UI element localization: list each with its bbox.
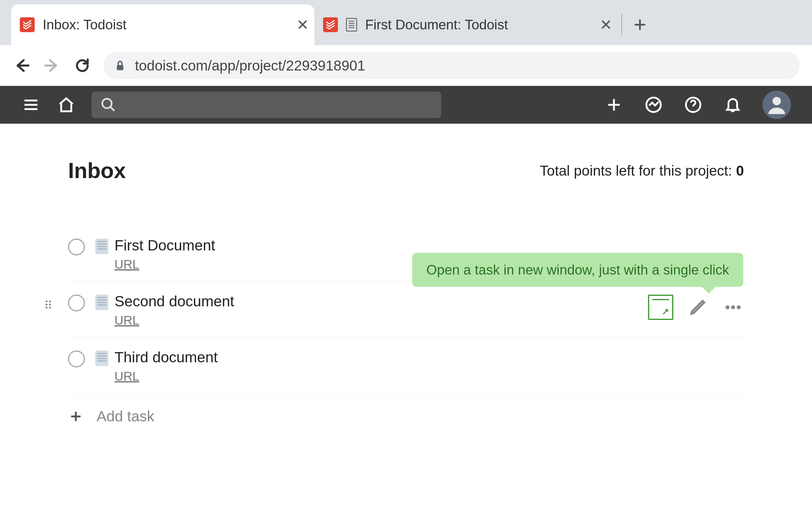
- add-task-icon[interactable]: [604, 95, 624, 115]
- add-task-button[interactable]: Add task: [68, 394, 744, 438]
- task-row[interactable]: Third document URL: [68, 338, 744, 394]
- task-url-link[interactable]: URL: [114, 370, 139, 383]
- tab-separator: [621, 14, 622, 36]
- task-checkbox[interactable]: [68, 350, 85, 367]
- tab-title: First Document: Todoist: [365, 17, 592, 33]
- address-bar[interactable]: todoist.com/app/project/2293918901: [103, 52, 800, 79]
- document-icon: [95, 239, 108, 254]
- svg-point-13: [737, 305, 741, 309]
- document-icon: [95, 350, 108, 366]
- browser-tab-inactive[interactable]: First Document: Todoist ✕: [314, 4, 618, 45]
- home-icon[interactable]: [56, 95, 76, 115]
- document-icon: [346, 18, 357, 32]
- task-title: Second document: [114, 293, 641, 310]
- todoist-favicon: [20, 17, 35, 32]
- svg-point-6: [49, 300, 51, 302]
- productivity-icon[interactable]: [644, 95, 663, 115]
- search-icon: [100, 97, 116, 113]
- project-points: Total points left for this project: 0: [540, 162, 744, 179]
- todoist-favicon: [323, 17, 338, 32]
- task-body: Second document URL: [114, 293, 641, 327]
- close-tab-button[interactable]: ✕: [600, 19, 611, 30]
- task-actions: [648, 295, 744, 320]
- forward-button[interactable]: [43, 56, 61, 75]
- open-new-window-button[interactable]: [648, 295, 673, 320]
- task-url-link[interactable]: URL: [114, 258, 139, 271]
- browser-tab-bar: Inbox: Todoist ✕ First Document: Todoist…: [0, 0, 812, 45]
- reload-button[interactable]: [73, 56, 92, 75]
- header-right: [604, 91, 791, 119]
- svg-point-12: [731, 305, 735, 309]
- more-options-icon[interactable]: [722, 296, 744, 318]
- search-input[interactable]: [92, 92, 441, 118]
- plus-icon: [68, 409, 84, 424]
- task-row[interactable]: Second document URL: [68, 282, 744, 338]
- svg-point-1: [102, 99, 112, 108]
- add-task-label: Add task: [97, 408, 154, 425]
- browser-chrome: Inbox: Todoist ✕ First Document: Todoist…: [0, 0, 812, 86]
- svg-point-10: [49, 307, 51, 308]
- new-tab-button[interactable]: [631, 15, 649, 34]
- tooltip-text: Open a task in new window, just with a s…: [426, 262, 729, 277]
- help-icon[interactable]: [683, 95, 703, 115]
- notifications-icon[interactable]: [723, 95, 743, 115]
- svg-rect-0: [117, 65, 123, 70]
- lock-icon: [114, 59, 125, 72]
- task-checkbox[interactable]: [68, 295, 85, 311]
- task-checkbox[interactable]: [68, 239, 85, 256]
- browser-toolbar: todoist.com/app/project/2293918901: [0, 45, 812, 86]
- app-header: [0, 86, 812, 124]
- page-header: Inbox Total points left for this project…: [68, 158, 744, 183]
- task-url-link[interactable]: URL: [114, 314, 139, 327]
- avatar[interactable]: [762, 91, 791, 119]
- svg-point-7: [46, 303, 47, 305]
- browser-tab-active[interactable]: Inbox: Todoist ✕: [11, 4, 314, 45]
- svg-point-9: [46, 307, 47, 308]
- url-text: todoist.com/app/project/2293918901: [135, 57, 365, 74]
- task-title: Third document: [114, 349, 744, 366]
- svg-point-8: [49, 303, 51, 305]
- drag-handle-icon[interactable]: [42, 298, 55, 311]
- points-value: 0: [736, 163, 744, 179]
- svg-point-5: [46, 300, 47, 302]
- task-body: Third document URL: [114, 349, 744, 383]
- menu-icon[interactable]: [21, 95, 41, 115]
- back-button[interactable]: [12, 56, 31, 75]
- close-tab-button[interactable]: ✕: [297, 19, 308, 30]
- tab-title: Inbox: Todoist: [43, 17, 289, 33]
- page-title: Inbox: [68, 158, 126, 183]
- svg-point-4: [773, 97, 781, 105]
- tooltip: Open a task in new window, just with a s…: [412, 253, 743, 287]
- points-label: Total points left for this project:: [540, 163, 736, 179]
- edit-task-button[interactable]: [687, 296, 709, 318]
- task-title: First Document: [114, 237, 744, 254]
- svg-point-11: [725, 305, 729, 309]
- document-icon: [95, 295, 108, 310]
